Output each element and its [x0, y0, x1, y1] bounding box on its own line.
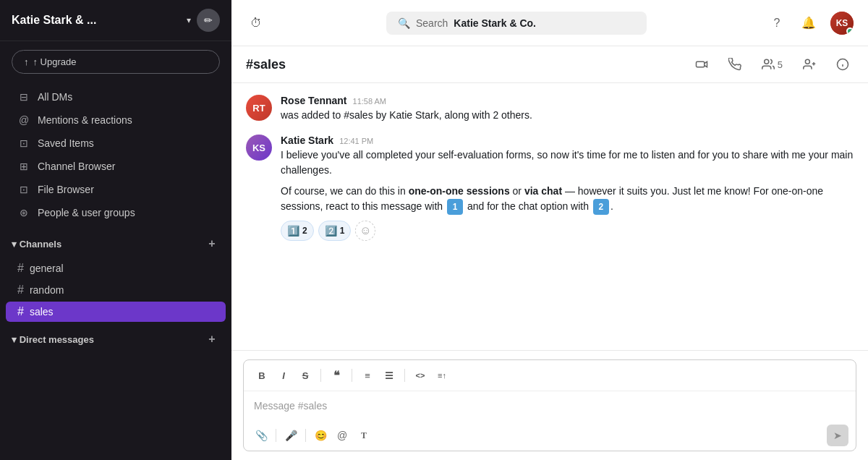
reaction-2[interactable]: 2️⃣ 1 [318, 221, 352, 241]
message-header: Katie Stark 12:41 PM [281, 135, 854, 146]
people-icon: ⊛ [17, 206, 30, 219]
sidebar-item-file-browser[interactable]: ⊡ File Browser [6, 179, 226, 200]
search-bar[interactable]: 🔍 Search Katie Stark & Co. [386, 12, 647, 35]
unordered-list-button[interactable]: ☰ [380, 366, 399, 385]
reaction-emoji: 2️⃣ [325, 225, 337, 237]
reaction-count: 1 [340, 226, 345, 236]
channel-general[interactable]: # general [6, 258, 226, 278]
message-input[interactable]: Message #sales [244, 391, 856, 420]
online-status-dot [846, 27, 854, 35]
message-text: I believe you've all completed your self… [281, 148, 854, 215]
add-member-icon [803, 58, 816, 71]
message-author: Rose Tennant [281, 95, 347, 106]
phone-call-button[interactable] [724, 55, 746, 74]
dm-section-header[interactable]: ▾ Direct messages + [0, 325, 231, 353]
svg-point-1 [765, 59, 769, 64]
quote-button[interactable]: ❝ [327, 366, 346, 385]
chevron-icon: ▾ [12, 239, 20, 250]
audio-button[interactable]: 🎤 [281, 425, 301, 446]
channel-browser-icon: ⊞ [17, 160, 30, 173]
channel-sales[interactable]: # sales [6, 302, 226, 322]
messages-area: RT Rose Tennant 11:58 AM was added to #s… [231, 83, 868, 350]
avatar-rose: RT [246, 95, 272, 121]
svg-point-2 [805, 59, 809, 64]
message-header: Rose Tennant 11:58 AM [281, 95, 854, 106]
channel-name: sales [30, 306, 54, 318]
send-button[interactable]: ➤ [827, 425, 848, 446]
avatar-katie: KS [246, 135, 272, 161]
number-badge-1: 1 [447, 199, 463, 215]
history-icon: ⏱ [250, 17, 262, 30]
sidebar-item-people[interactable]: ⊛ People & user groups [6, 202, 226, 223]
user-avatar[interactable]: KS [830, 12, 854, 35]
add-channel-button[interactable]: + [204, 236, 220, 252]
topbar: ⏱ 🔍 Search Katie Stark & Co. ? 🔔 KS [231, 0, 868, 46]
number-badge-2: 2 [593, 199, 609, 215]
ordered-list-button[interactable]: ≡ [358, 366, 377, 385]
message-author: Katie Stark [281, 135, 333, 146]
sidebar-item-channel-browser[interactable]: ⊞ Channel Browser [6, 156, 226, 177]
reaction-count: 2 [302, 226, 307, 236]
channel-name: random [30, 284, 64, 296]
help-button[interactable]: ? [767, 13, 787, 33]
chevron-icon: ▾ [12, 334, 20, 345]
bottom-divider [305, 429, 306, 442]
sidebar-item-label: Saved Items [38, 137, 94, 149]
sidebar-item-all-dms[interactable]: ⊟ All DMs [6, 86, 226, 108]
channels-section-header[interactable]: ▾ Channels + [0, 230, 231, 257]
channel-random[interactable]: # random [6, 280, 226, 300]
text-style-button[interactable]: T [354, 425, 374, 446]
dm-label: ▾ Direct messages [12, 334, 94, 345]
sidebar-header-icons: ▾ ✏ [187, 9, 220, 32]
hash-icon: # [17, 284, 24, 297]
compose-new-button[interactable]: ✏ [197, 9, 220, 32]
bold-button[interactable]: B [252, 366, 271, 385]
attach-file-button[interactable]: 📎 [251, 425, 271, 446]
video-call-button[interactable] [691, 55, 712, 74]
video-icon [695, 58, 708, 71]
compose-area: B I S ❝ ≡ ☰ <> ≡↑ Message #sales 📎 🎤 [231, 350, 868, 460]
compose-bottom-actions: 📎 🎤 😊 @ T [251, 425, 374, 446]
history-button[interactable]: ⏱ [246, 13, 266, 33]
main-content: ⏱ 🔍 Search Katie Stark & Co. ? 🔔 KS #sal… [231, 0, 868, 460]
search-label: Search [416, 17, 448, 29]
add-dm-button[interactable]: + [204, 331, 220, 347]
hash-icon: # [17, 305, 24, 318]
sidebar-item-saved[interactable]: ⊡ Saved Items [6, 132, 226, 154]
channel-title: #sales [246, 57, 286, 72]
phone-icon [728, 58, 741, 71]
message-body: was added to #sales by Katie Stark, alon… [281, 109, 532, 121]
upgrade-button[interactable]: ↑ ↑ Upgrade [12, 50, 220, 74]
channel-header: #sales 5 [231, 46, 868, 83]
avatar-initials: KS [252, 142, 265, 153]
emoji-button[interactable]: 😊 [310, 425, 331, 446]
at-icon: @ [17, 114, 30, 127]
add-member-button[interactable] [799, 55, 820, 74]
notifications-button[interactable]: 🔔 [799, 13, 819, 33]
sidebar-item-mentions[interactable]: @ Mentions & reactions [6, 109, 226, 131]
help-icon: ? [774, 17, 780, 30]
message-content: Katie Stark 12:41 PM I believe you've al… [281, 135, 854, 241]
reactions-container: 1️⃣ 2 2️⃣ 1 ☺ [281, 221, 854, 241]
all-dms-icon: ⊟ [17, 90, 30, 103]
toolbar-divider [352, 369, 352, 382]
members-icon [762, 58, 775, 71]
toolbar-divider [320, 369, 321, 382]
workspace-name: Katie Stark & ... [12, 14, 96, 27]
upgrade-label: ↑ Upgrade [33, 56, 77, 67]
chevron-down-icon: ▾ [187, 15, 191, 25]
italic-button[interactable]: I [274, 366, 293, 385]
mention-button[interactable]: @ [332, 425, 352, 446]
strikethrough-button[interactable]: S [296, 366, 315, 385]
search-workspace: Katie Stark & Co. [454, 17, 536, 29]
indent-button[interactable]: ≡↑ [433, 366, 451, 385]
add-reaction-button[interactable]: ☺ [355, 221, 375, 241]
bottom-divider [276, 429, 276, 442]
hash-icon: # [17, 262, 24, 275]
code-button[interactable]: <> [411, 366, 430, 385]
members-button[interactable]: 5 [757, 55, 787, 74]
channel-info-button[interactable] [832, 55, 854, 74]
sidebar-item-label: People & user groups [38, 207, 135, 218]
message-row: KS Katie Stark 12:41 PM I believe you've… [246, 135, 854, 241]
reaction-1[interactable]: 1️⃣ 2 [281, 221, 314, 241]
